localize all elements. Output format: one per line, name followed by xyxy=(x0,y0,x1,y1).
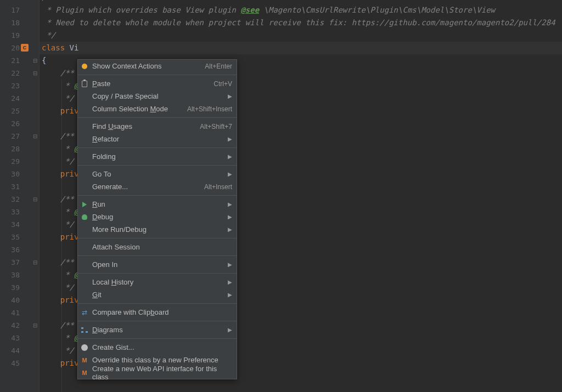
menu-item-create-gist[interactable]: Create Gist... xyxy=(78,341,237,354)
menu-separator xyxy=(78,75,237,75)
chevron-right-icon: ▶ xyxy=(228,262,232,268)
menu-item-generate[interactable]: Generate...Alt+Insert xyxy=(78,180,237,193)
chevron-right-icon: ▶ xyxy=(228,292,232,298)
line-number: 45 xyxy=(0,357,20,370)
menu-label: Find Usages xyxy=(92,122,200,130)
menu-separator xyxy=(78,147,237,148)
compare-icon: ⇄ xyxy=(80,308,89,317)
menu-item-create-a-new-web-api-interface-for-this-class[interactable]: MCreate a new Web API interface for this… xyxy=(78,366,237,379)
menu-label: Local History xyxy=(92,278,223,286)
code-line[interactable]: */ xyxy=(40,29,562,42)
bulb-icon xyxy=(80,62,89,71)
diagram-icon xyxy=(80,326,89,334)
menu-item-refactor[interactable]: Refactor▶ xyxy=(78,133,237,145)
menu-label: Create a new Web API interface for this … xyxy=(92,365,232,381)
menu-separator xyxy=(78,165,237,166)
menu-item-find-usages[interactable]: Find UsagesAlt+Shift+7 xyxy=(78,120,237,133)
line-number: 25 xyxy=(0,105,20,117)
chevron-right-icon: ▶ xyxy=(228,327,232,333)
code-line[interactable]: class Vi xyxy=(40,42,562,54)
chevron-right-icon: ▶ xyxy=(228,136,232,142)
blank-icon xyxy=(80,278,89,287)
menu-item-paste[interactable]: PasteCtrl+V xyxy=(78,77,237,90)
menu-separator xyxy=(78,321,237,321)
menu-item-column-selection-mode[interactable]: Column Selection ModeAlt+Shift+Insert xyxy=(78,103,237,115)
menu-label: Go To xyxy=(92,170,223,178)
menu-separator xyxy=(78,195,237,196)
line-number: 26 xyxy=(0,117,20,130)
chevron-right-icon: ▶ xyxy=(228,226,232,232)
line-number: 40 xyxy=(0,294,20,306)
line-number: 28 xyxy=(0,143,20,155)
fold-toggle-icon[interactable]: ⊟ xyxy=(32,70,38,76)
blank-icon xyxy=(80,225,89,234)
bug-icon xyxy=(80,213,89,221)
menu-item-compare-with-clipboard[interactable]: ⇄Compare with Clipboard xyxy=(78,306,237,319)
menu-item-diagrams[interactable]: Diagrams▶ xyxy=(78,323,237,336)
blank-icon xyxy=(80,291,89,299)
code-line[interactable]: /** xyxy=(40,0,562,4)
chevron-right-icon: ▶ xyxy=(228,214,232,220)
menu-label: Generate... xyxy=(92,183,204,191)
line-number: 24 xyxy=(0,92,20,105)
line-number: 20 xyxy=(0,42,20,54)
fold-toggle-icon[interactable]: ⊟ xyxy=(32,133,38,139)
line-number: 34 xyxy=(0,218,20,231)
line-number: 33 xyxy=(0,206,20,218)
menu-label: Refactor xyxy=(92,135,223,143)
line-number: 23 xyxy=(0,79,20,92)
code-line[interactable]: * Need to delete whole module when proje… xyxy=(40,16,562,29)
menu-item-open-in[interactable]: Open In▶ xyxy=(78,258,237,271)
line-number: 17 xyxy=(0,4,20,16)
fold-toggle-icon[interactable]: ⊟ xyxy=(32,322,38,328)
menu-shortcut: Alt+Insert xyxy=(204,183,232,191)
menu-separator xyxy=(78,255,237,256)
line-number: 37 xyxy=(0,256,20,269)
blank-icon xyxy=(80,152,89,161)
line-number: 32 xyxy=(0,193,20,206)
blank-icon xyxy=(80,92,89,101)
line-number: 35 xyxy=(0,231,20,243)
menu-item-run[interactable]: Run▶ xyxy=(78,198,237,211)
play-icon xyxy=(80,200,89,209)
blank-icon xyxy=(80,243,89,252)
gutter: 16⊟17181920C21⊟22⊟2324252627⊟2829303132⊟… xyxy=(0,0,40,392)
line-number: 43 xyxy=(0,332,20,344)
menu-item-local-history[interactable]: Local History▶ xyxy=(78,276,237,288)
menu-separator xyxy=(78,303,237,304)
menu-label: Git xyxy=(92,291,223,299)
menu-item-more-run-debug[interactable]: More Run/Debug▶ xyxy=(78,223,237,236)
menu-item-copy-paste-special[interactable]: Copy / Paste Special▶ xyxy=(78,90,237,103)
line-number: 22 xyxy=(0,67,20,79)
menu-item-show-context-actions[interactable]: Show Context ActionsAlt+Enter xyxy=(78,60,237,72)
line-number: 16 xyxy=(0,0,20,4)
chevron-right-icon: ▶ xyxy=(228,171,232,177)
menu-item-go-to[interactable]: Go To▶ xyxy=(78,168,237,180)
menu-item-git[interactable]: Git▶ xyxy=(78,288,237,301)
fold-toggle-icon[interactable]: ⊟ xyxy=(32,196,38,202)
fold-toggle-icon[interactable]: ⊟ xyxy=(32,259,38,265)
class-gutter-icon[interactable]: C xyxy=(21,44,30,53)
line-number: 38 xyxy=(0,269,20,281)
github-icon xyxy=(80,343,89,352)
line-number: 42 xyxy=(0,319,20,332)
menu-item-debug[interactable]: Debug▶ xyxy=(78,211,237,223)
fold-toggle-icon[interactable]: ⊟ xyxy=(32,58,38,64)
menu-label: Run xyxy=(92,200,223,208)
menu-label: Column Selection Mode xyxy=(92,105,187,113)
menu-separator xyxy=(78,117,237,118)
menu-shortcut: Ctrl+V xyxy=(213,80,232,88)
line-number: 21 xyxy=(0,54,20,67)
blank-icon xyxy=(80,135,89,144)
code-line[interactable]: * Plugin which overrides base View plugi… xyxy=(40,4,562,16)
menu-label: Compare with Clipboard xyxy=(92,308,232,316)
menu-label: Attach Session xyxy=(92,243,232,251)
menu-label: Show Context Actions xyxy=(92,62,205,70)
menu-item-folding[interactable]: Folding▶ xyxy=(78,150,237,163)
fold-toggle-icon[interactable]: ⊟ xyxy=(32,0,38,1)
blank-icon xyxy=(80,122,89,131)
chevron-right-icon: ▶ xyxy=(228,93,232,99)
menu-label: Paste xyxy=(92,79,213,88)
menu-shortcut: Alt+Enter xyxy=(205,63,232,70)
menu-item-attach-session[interactable]: Attach Session xyxy=(78,241,237,253)
